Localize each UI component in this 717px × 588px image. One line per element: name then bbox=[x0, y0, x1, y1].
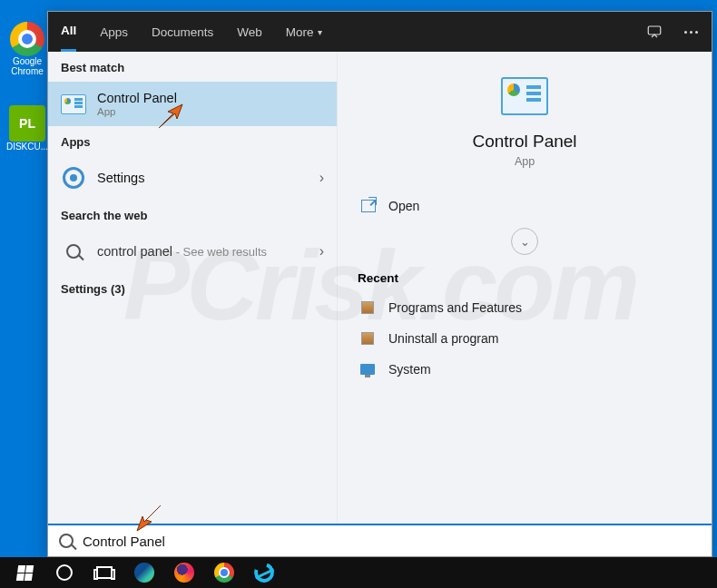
tab-all[interactable]: All bbox=[61, 12, 76, 52]
recent-programs-features[interactable]: Programs and Features bbox=[358, 292, 692, 323]
result-subtitle: App bbox=[97, 106, 324, 117]
desktop-icon-chrome[interactable]: Google Chrome bbox=[7, 22, 47, 76]
open-button[interactable]: Open bbox=[358, 188, 692, 224]
chevron-down-icon: ▾ bbox=[318, 27, 322, 37]
task-view-button[interactable] bbox=[85, 557, 123, 588]
search-bar bbox=[48, 524, 712, 556]
more-options-icon[interactable] bbox=[683, 24, 699, 40]
expand-button[interactable]: ⌄ bbox=[511, 228, 538, 255]
preview-hero: Control Panel App bbox=[358, 77, 692, 168]
task-view-icon bbox=[96, 566, 113, 579]
package-icon bbox=[359, 299, 376, 316]
chevron-right-icon: › bbox=[319, 243, 324, 260]
package-icon bbox=[359, 330, 376, 347]
result-web-search[interactable]: control panel - See web results › bbox=[48, 230, 337, 273]
open-icon bbox=[359, 197, 378, 215]
search-icon bbox=[61, 239, 86, 264]
svg-rect-0 bbox=[648, 26, 661, 34]
diskcure-icon: PL bbox=[9, 105, 45, 142]
taskbar bbox=[0, 557, 717, 588]
recent-header: Recent bbox=[358, 271, 692, 285]
firefox-icon bbox=[174, 563, 194, 583]
start-search-panel: PCrisk.com All Apps Documents Web More▾ … bbox=[47, 11, 712, 557]
chrome-icon bbox=[10, 22, 44, 56]
search-tabs: All Apps Documents Web More▾ bbox=[48, 12, 712, 52]
preview-title: Control Panel bbox=[358, 132, 692, 152]
result-settings[interactable]: Settings › bbox=[48, 156, 337, 200]
open-label: Open bbox=[388, 199, 419, 213]
taskbar-chrome[interactable] bbox=[205, 557, 243, 588]
monitor-icon bbox=[359, 361, 376, 377]
tab-web[interactable]: Web bbox=[237, 12, 262, 52]
chevron-down-icon: ⌄ bbox=[520, 235, 530, 249]
tab-apps[interactable]: Apps bbox=[100, 12, 128, 52]
taskbar-ie[interactable] bbox=[245, 557, 283, 588]
desktop-icon-label: Google Chrome bbox=[7, 56, 47, 76]
feedback-icon[interactable] bbox=[646, 24, 663, 40]
recent-uninstall-program[interactable]: Uninstall a program bbox=[358, 323, 692, 354]
group-web: Search the web bbox=[48, 200, 337, 230]
cortana-icon bbox=[56, 564, 73, 581]
control-panel-icon bbox=[358, 77, 692, 115]
group-best-match: Best match bbox=[48, 52, 337, 82]
result-title: Settings bbox=[97, 171, 309, 185]
tab-more[interactable]: More▾ bbox=[286, 12, 322, 52]
web-query: control panel bbox=[97, 244, 172, 259]
recent-system[interactable]: System bbox=[358, 354, 692, 385]
result-control-panel[interactable]: Control Panel App bbox=[48, 82, 337, 126]
result-title: Control Panel bbox=[97, 91, 324, 105]
cortana-button[interactable] bbox=[45, 557, 83, 588]
edge-icon bbox=[134, 563, 154, 583]
gear-icon bbox=[61, 165, 86, 191]
windows-icon bbox=[15, 565, 33, 581]
recent-label: Uninstall a program bbox=[388, 331, 498, 346]
control-panel-icon bbox=[61, 92, 86, 117]
desktop-icon-diskcure[interactable]: PL DISKCU... bbox=[7, 105, 47, 152]
preview-column: Control Panel App Open ⌄ Recent Programs… bbox=[337, 52, 712, 524]
web-suffix: - See web results bbox=[172, 245, 267, 259]
recent-label: Programs and Features bbox=[388, 300, 522, 315]
taskbar-edge[interactable] bbox=[125, 557, 163, 588]
recent-label: System bbox=[388, 362, 431, 377]
tab-documents[interactable]: Documents bbox=[152, 12, 213, 52]
desktop-icons: Google Chrome PL DISKCU... bbox=[7, 22, 47, 152]
results-column: Best match Control Panel App Apps Settin… bbox=[48, 52, 337, 524]
preview-subtitle: App bbox=[358, 155, 692, 168]
group-settings: Settings (3) bbox=[48, 273, 337, 303]
desktop-icon-label: DISKCU... bbox=[6, 142, 48, 152]
search-input[interactable] bbox=[83, 534, 701, 549]
chevron-right-icon: › bbox=[319, 170, 324, 186]
taskbar-firefox[interactable] bbox=[165, 557, 203, 588]
ie-icon bbox=[250, 559, 277, 585]
start-button[interactable] bbox=[5, 557, 44, 588]
group-apps: Apps bbox=[48, 126, 337, 156]
search-icon bbox=[59, 534, 74, 548]
chrome-icon bbox=[214, 563, 234, 583]
